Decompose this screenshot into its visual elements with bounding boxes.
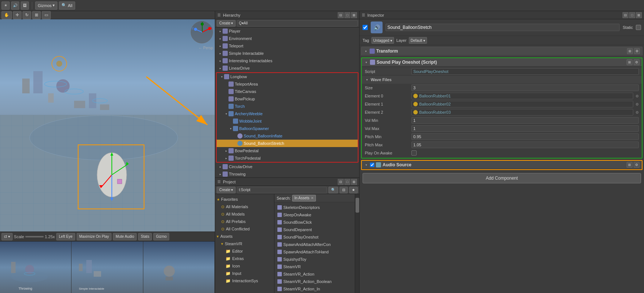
audio-source-header[interactable]: Audio Source ⊞ ⚙ — [362, 161, 642, 169]
hierarchy-item-bowpickup[interactable]: BowPickup — [217, 95, 358, 103]
object-name-input[interactable] — [386, 24, 620, 31]
project-create-btn[interactable]: Create ▾ — [217, 187, 236, 193]
file-spawnattachafter[interactable]: SpawnAndAttachAfterCon — [274, 241, 355, 248]
project-search-input[interactable] — [237, 187, 327, 193]
toolbar-audio-icon[interactable]: 🔊 — [11, 1, 19, 10]
hierarchy-item-circulardrive[interactable]: CircularDrive — [215, 163, 359, 170]
project-all-models[interactable]: ⊙ All Models — [215, 210, 274, 218]
mute-audio-btn[interactable]: Mute Audio — [113, 233, 137, 240]
hierarchy-item-throwing[interactable]: Throwing — [215, 170, 359, 177]
sound-script-header[interactable]: Sound Play Oneshot (Script) ⊞ ⚙ — [362, 58, 642, 67]
file-soundbowclick[interactable]: SoundBowClick — [274, 219, 355, 226]
maximize-on-play-btn[interactable]: Maximize On Play — [77, 233, 112, 240]
hierarchy-max-btn[interactable]: □ — [344, 12, 350, 18]
sound-script-settings-btn[interactable]: ⚙ — [634, 59, 640, 65]
project-close-btn[interactable]: ⊠ — [351, 179, 357, 185]
hierarchy-item-player[interactable]: Player — [215, 27, 359, 35]
file-sounddeparent[interactable]: SoundDeparent — [274, 226, 355, 233]
gizmos-scene-btn[interactable]: Gizmo — [153, 233, 169, 240]
gizmos-btn[interactable]: Gizmos ▾ — [35, 1, 57, 10]
project-steamvr-folder[interactable]: ▾ SteamVR — [215, 240, 274, 247]
hierarchy-item-longbow[interactable]: Longbow — [217, 73, 358, 80]
script-value[interactable]: SoundPlayOneshot — [411, 68, 639, 75]
tag-dropdown[interactable]: Untagged ▾ — [371, 37, 394, 44]
left-eye-btn[interactable]: Left Eye — [56, 233, 75, 240]
project-input-folder[interactable]: 📁 Input — [215, 270, 274, 277]
layer-dropdown[interactable]: Default ▾ — [409, 37, 427, 44]
project-search-btn[interactable]: 🔍 — [328, 187, 338, 193]
sound-script-maximize-btn[interactable]: ⊞ — [627, 59, 633, 65]
element1-settings-icon[interactable]: ⚙ — [635, 102, 639, 106]
toolbar-image-icon[interactable]: 🖼 — [21, 1, 29, 10]
add-component-btn[interactable]: Add Component — [363, 173, 641, 183]
project-all-conflicted[interactable]: ⊙ All Conflicted — [215, 225, 274, 233]
file-soundplayoneshot[interactable]: SoundPlayOneshot — [274, 233, 355, 241]
hierarchy-item-teleport[interactable]: Teleport — [215, 42, 359, 50]
element2-settings-icon[interactable]: ⚙ — [635, 110, 639, 114]
hierarchy-search-input[interactable] — [237, 20, 358, 27]
file-steamvr[interactable]: SteamVR — [274, 263, 355, 270]
scale-slider-track[interactable] — [25, 236, 44, 237]
inspector-close-btn[interactable]: ⊠ — [636, 12, 642, 18]
hierarchy-item-wobblejoint[interactable]: WobbleJoint — [217, 117, 358, 125]
play-on-awake-checkbox[interactable] — [411, 150, 417, 156]
scene-rotate-icon[interactable]: ↻ — [23, 11, 31, 19]
hierarchy-pin-btn[interactable]: ⊟ — [338, 12, 344, 18]
game-view-item-2[interactable]: Simple Interactable — [71, 242, 143, 293]
project-favorites-header[interactable]: ★ Favorites — [215, 196, 274, 203]
file-steamvr-action-in[interactable]: SteamVR_Action_In — [274, 285, 355, 293]
scene-view[interactable]: X Y Z ← Persp — [0, 19, 215, 232]
scene-scale-icon[interactable]: ⊞ — [32, 11, 41, 19]
project-scrollbar-thumb[interactable] — [356, 198, 359, 213]
project-editor-folder[interactable]: 📁 Editor — [215, 247, 274, 255]
wave-files-section[interactable]: Wave Files — [362, 76, 642, 84]
in-assets-close-icon[interactable]: ✕ — [311, 196, 314, 200]
transform-maximize-btn[interactable]: ⊞ — [627, 48, 633, 54]
project-icon-folder[interactable]: 📁 Icon — [215, 262, 274, 270]
hierarchy-item-interesting[interactable]: Interesting Interactables — [215, 57, 359, 64]
project-extras-folder[interactable]: 📁 Extras — [215, 255, 274, 262]
project-all-materials[interactable]: ⊙ All Materials — [215, 203, 274, 210]
static-checkbox[interactable] — [636, 25, 641, 30]
element0-settings-icon[interactable]: ⚙ — [635, 94, 639, 98]
vol-min-value[interactable]: 1 — [411, 117, 639, 124]
project-scrollbar[interactable] — [355, 194, 359, 293]
pitch-max-value[interactable]: 1.05 — [411, 141, 639, 148]
hierarchy-close-btn[interactable]: ⊠ — [351, 12, 357, 18]
object-active-checkbox[interactable] — [363, 25, 368, 30]
file-skeletondescriptors[interactable]: SkeletonDescriptors — [274, 204, 355, 211]
project-pin-btn[interactable]: ⊟ — [338, 179, 344, 185]
project-star-btn[interactable]: ★ — [349, 187, 358, 193]
gizmo-widget[interactable]: X Y Z ← Persp — [191, 21, 213, 43]
project-all-prefabs[interactable]: ⊙ All Prefabs — [215, 218, 274, 225]
transform-header[interactable]: Transform ⊞ ⚙ — [361, 47, 642, 56]
hierarchy-item-titlecanvas[interactable]: TitleCanvas — [217, 88, 358, 95]
element1-value[interactable]: BalloonRubber02 — [411, 101, 633, 107]
scene-hand-icon[interactable]: ✋ — [1, 11, 12, 19]
all-btn[interactable]: 🔍 All — [59, 1, 75, 10]
size-value[interactable]: 3 — [411, 84, 639, 91]
file-steamvr-action[interactable]: SteamVR_Action — [274, 270, 355, 278]
hierarchy-item-balloonspawner[interactable]: BalloonSpawner — [217, 125, 358, 132]
file-spawnattachhand[interactable]: SpawnAndAttachToHand — [274, 248, 355, 256]
transform-settings-btn[interactable]: ⚙ — [634, 48, 640, 54]
hierarchy-create-btn[interactable]: Create ▾ — [217, 20, 236, 27]
project-interaction-folder[interactable]: 📁 InteractionSys — [215, 277, 274, 284]
toolbar-sun-icon[interactable]: ☀ — [1, 1, 10, 10]
file-squishytoy[interactable]: SquishydToy — [274, 256, 355, 263]
inspector-pin-btn[interactable]: ⊟ — [623, 12, 628, 18]
hierarchy-item-bowpedestal[interactable]: BowPedestal — [217, 147, 358, 154]
game-view-item-1[interactable]: Throwing — [0, 242, 71, 293]
hierarchy-item-torchpedestal[interactable]: TorchPedestal — [217, 154, 358, 162]
scene-rect-icon[interactable]: ▭ — [42, 11, 51, 19]
hierarchy-item-environment[interactable]: Environment — [215, 35, 359, 42]
pitch-min-value[interactable]: 0.95 — [411, 133, 639, 140]
inspector-max-btn[interactable]: □ — [629, 12, 635, 18]
audio-source-enable-checkbox[interactable] — [370, 163, 374, 167]
file-sleeponawake[interactable]: SleepOnAwake — [274, 211, 355, 219]
stats-btn[interactable]: Stats — [138, 233, 152, 240]
hierarchy-item-archeryweeble[interactable]: ArcheryWeeble — [217, 110, 358, 117]
project-max-btn[interactable]: □ — [344, 179, 350, 185]
layer-dropdown[interactable]: ct ▾ — [1, 233, 13, 240]
scene-move-icon[interactable]: ✛ — [13, 11, 21, 19]
